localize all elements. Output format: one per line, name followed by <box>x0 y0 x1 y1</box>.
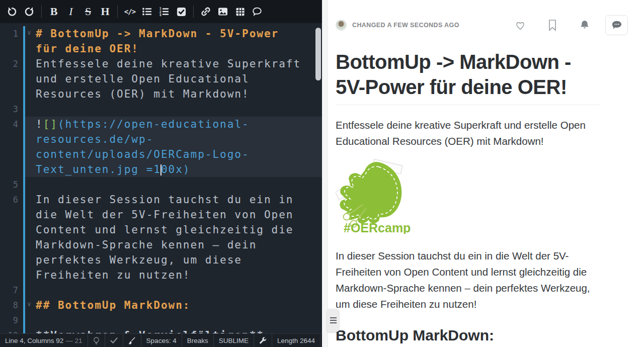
cursor-position-extra: — 21 <box>66 337 82 344</box>
editor-line-row[interactable]: die Welt der 5V-Freiheiten von Open <box>0 207 322 222</box>
code-token: Markdown-Sprache kennen – dein <box>36 239 257 251</box>
editor-line-row[interactable]: für deine OER! <box>0 41 322 56</box>
editor-lines: 1∨# BottomUp -> MarkDown - 5V-Powerfür d… <box>0 26 322 333</box>
heart-icon <box>514 19 526 31</box>
keymap-label: SUBLIME <box>219 337 249 344</box>
rendered-document: BottomUp -> MarkDown - 5V-Power für dein… <box>336 43 599 347</box>
preferences-button[interactable] <box>254 334 272 347</box>
italic-icon: I <box>69 5 72 18</box>
notifications-button[interactable] <box>578 19 591 32</box>
cursor-position: Line 4, Columns 92 — 21 <box>0 334 88 347</box>
strikethrough-icon: S <box>85 5 91 18</box>
comment-button[interactable] <box>249 3 266 20</box>
editor-line-row[interactable]: Resources (OER) mit Markdown! <box>0 86 322 102</box>
breaks-setting[interactable]: Breaks <box>182 334 214 347</box>
editor-line-row[interactable]: Freiheiten zu nutzen! <box>0 268 322 283</box>
checklist-button[interactable] <box>173 3 190 20</box>
preview-header: CHANGED A FEW SECONDS AGO <box>336 15 628 35</box>
line-number: 2 <box>0 56 23 71</box>
code-token: # BottomUp -> MarkDown - 5V-Power <box>36 28 279 40</box>
link-icon <box>200 6 211 17</box>
toc-toggle-button[interactable] <box>327 309 339 332</box>
document-paragraph: Entfessele deine kreative Superkraft und… <box>336 117 593 149</box>
line-number: 10 <box>0 328 23 333</box>
table-icon <box>235 7 246 17</box>
line-number: 9 <box>0 313 23 328</box>
keymap-setting[interactable]: SUBLIME <box>214 334 254 347</box>
like-button[interactable] <box>514 19 527 32</box>
strikethrough-button[interactable]: S <box>79 3 97 20</box>
editor-line-row[interactable]: 3 <box>0 102 322 117</box>
last-changed-label: CHANGED A FEW SECONDS AGO <box>352 22 459 29</box>
code-token: resources.de/wp- <box>36 133 153 145</box>
avatar[interactable] <box>336 20 347 31</box>
editor-line-row[interactable]: Content und lernst gleichzeitig die <box>0 222 322 237</box>
spellcheck-toggle[interactable] <box>105 334 123 347</box>
code-token: (https://open-educational- <box>58 118 250 130</box>
open-comments-button[interactable] <box>605 15 628 35</box>
pane-divider[interactable] <box>322 0 328 347</box>
editor-line-row[interactable]: perfektes Werkzeug, um diese <box>0 252 322 268</box>
line-number: 8 <box>0 298 23 313</box>
italic-button[interactable]: I <box>62 3 79 20</box>
editor-line-row[interactable]: 10**Verwahren & Vervielfältigen** <box>0 328 322 333</box>
editor-line-row[interactable]: 1∨# BottomUp -> MarkDown - 5V-Power <box>0 26 322 41</box>
image-button[interactable] <box>214 3 231 20</box>
unordered-list-button[interactable] <box>138 3 155 20</box>
undo-button[interactable] <box>4 3 21 20</box>
line-number <box>0 147 23 162</box>
editor-line-row[interactable]: content/uploads/OERCamp-Logo- <box>0 147 322 162</box>
fold-chevron-icon[interactable]: ∨ <box>27 26 31 40</box>
editor-line-row[interactable]: 7 <box>0 283 322 298</box>
format-brush-toggle[interactable] <box>123 334 141 347</box>
code-block-button[interactable]: </> <box>121 3 138 20</box>
editor-line-row[interactable]: 6In dieser Session tauchst du ein in <box>0 192 322 207</box>
fold-chevron-icon[interactable]: ∨ <box>27 298 31 312</box>
image-icon <box>217 6 228 17</box>
code-token: [] <box>43 118 58 130</box>
editor-line-row[interactable]: resources.de/wp- <box>0 132 322 147</box>
editor-line-row[interactable]: Markdown-Sprache kennen – dein <box>0 237 322 252</box>
document-heading2: BottomUp MarkDown: <box>336 326 599 347</box>
heading-button[interactable]: H <box>97 3 114 20</box>
night-mode-toggle[interactable] <box>88 334 105 347</box>
bell-icon <box>579 19 591 31</box>
editor-line-row[interactable]: 2Entfessele deine kreative Superkraft <box>0 56 322 71</box>
code-token: für deine OER! <box>36 43 139 55</box>
svg-text:3: 3 <box>159 13 162 17</box>
editor-line-row[interactable]: 5 <box>0 177 322 192</box>
line-number: 1 <box>0 26 23 41</box>
code-token: Freiheiten zu nutzen! <box>36 269 191 281</box>
editor-line-row[interactable]: und erstelle Open Educational <box>0 71 322 86</box>
bookmark-icon <box>547 19 557 31</box>
editor-line-row[interactable]: Text_unten.jpg =100x) <box>0 162 322 177</box>
toolbar-divider <box>41 6 42 18</box>
code-token: ## BottomUp MarkDown: <box>36 299 191 311</box>
heading-icon: H <box>101 5 109 18</box>
editor-line-row[interactable]: 9 <box>0 313 322 328</box>
redo-icon <box>24 6 35 17</box>
code-token: Entfessele deine kreative Superkraft <box>36 58 301 70</box>
editor-line-row[interactable]: 4![](https://open-educational- <box>0 117 322 132</box>
line-number <box>0 71 23 86</box>
comment-bubble-icon <box>611 20 622 30</box>
editor-line-row[interactable]: 8∨## BottomUp MarkDown: <box>0 298 322 313</box>
link-button[interactable] <box>197 3 214 20</box>
line-number <box>0 268 23 283</box>
spaces-setting[interactable]: Spaces: 4 <box>141 334 182 347</box>
bookmark-button[interactable] <box>546 19 559 32</box>
paintbrush-icon <box>128 337 136 344</box>
line-number: 7 <box>0 283 23 298</box>
markdown-editor[interactable]: 1∨# BottomUp -> MarkDown - 5V-Powerfür d… <box>0 23 322 333</box>
code-token: und erstelle Open Educational <box>36 73 250 85</box>
undo-icon <box>7 6 18 17</box>
redo-button[interactable] <box>21 3 38 20</box>
line-number: 3 <box>0 102 23 117</box>
table-button[interactable] <box>231 3 249 20</box>
ordered-list-button[interactable]: 1 2 3 <box>155 3 173 20</box>
preview-actions <box>495 15 628 35</box>
code-token: content/uploads/OERCamp-Logo- <box>36 148 250 160</box>
editor-scrollbar[interactable] <box>315 28 321 80</box>
check-icon <box>110 337 118 343</box>
bold-button[interactable]: B <box>45 3 62 20</box>
